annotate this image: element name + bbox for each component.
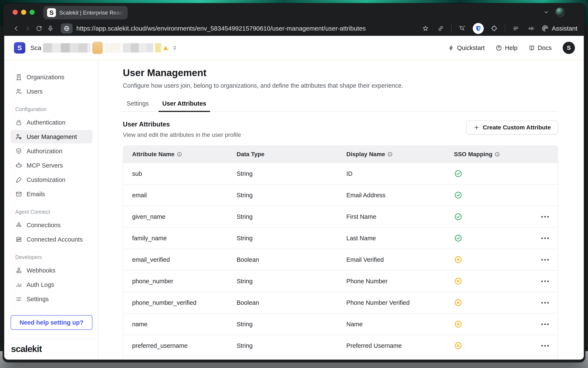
info-icon[interactable] <box>177 152 182 157</box>
bookmark-star-icon[interactable] <box>421 23 430 34</box>
cell-row-menu <box>524 276 558 286</box>
extensions-puzzle-icon[interactable] <box>490 23 499 34</box>
cell-row-menu <box>524 320 558 329</box>
user-avatar[interactable]: S <box>563 42 575 54</box>
cell-row-menu <box>524 341 558 350</box>
help-button[interactable]: Help <box>496 45 518 51</box>
cell-display-name: Last Name <box>346 235 454 242</box>
cell-row-menu <box>524 255 558 264</box>
sidebar-item-authentication[interactable]: Authentication <box>10 116 92 129</box>
cell-attribute-name: phone_number_verified <box>123 299 237 306</box>
shield-check-icon <box>15 147 22 155</box>
browser-tab[interactable]: S Scalekit | Enterprise Ready A <box>43 6 128 19</box>
sidebar: Organizations Users Configuration Authen… <box>4 60 98 359</box>
quickstart-button[interactable]: Quickstart <box>448 45 485 51</box>
tab-settings[interactable]: Settings <box>123 100 153 111</box>
cell-row-menu <box>524 298 558 307</box>
browser-window: S Scalekit | Enterprise Ready A https://… <box>3 3 585 362</box>
microphone-icon[interactable] <box>45 23 56 34</box>
cell-attribute-name: family_name <box>123 235 237 242</box>
row-menu-button[interactable] <box>540 234 550 243</box>
tab-title: Scalekit | Enterprise Ready A <box>59 9 124 16</box>
environment-switcher[interactable]: Sca <box>30 42 178 54</box>
info-icon[interactable] <box>494 152 500 157</box>
voice-waveform-icon[interactable] <box>526 23 536 34</box>
cell-sso-mapping <box>454 212 524 221</box>
sidebar-footer: scalekit <box>4 339 98 359</box>
address-bar[interactable]: https://app.scalekit.cloud/ws/environmen… <box>61 23 416 34</box>
sso-mapped-check-icon <box>454 234 463 242</box>
sidebar-item-settings[interactable]: Settings <box>10 292 92 306</box>
row-menu-button[interactable] <box>540 298 550 307</box>
sidebar-item-webhooks[interactable]: Webhooks <box>10 264 92 277</box>
row-menu-button[interactable] <box>540 212 550 221</box>
sidebar-item-mcp-servers[interactable]: MCP Servers <box>10 159 92 172</box>
sidebar-item-connected-accounts[interactable]: Connected Accounts <box>10 233 92 246</box>
profile-sphere-avatar[interactable] <box>556 8 565 17</box>
table-body: sub String ID email String Email Address… <box>123 163 558 356</box>
cell-data-type: String <box>237 213 346 220</box>
create-custom-attribute-button[interactable]: Create Custom Attribute <box>466 120 558 134</box>
plus-icon <box>473 124 480 131</box>
cell-display-name: Phone Number <box>346 278 454 285</box>
cell-display-name: Email Verified <box>346 256 454 263</box>
webhook-icon <box>15 267 22 274</box>
page-title: User Management <box>123 67 558 78</box>
user-gear-icon <box>15 133 22 140</box>
sidebar-item-emails[interactable]: Emails <box>10 187 92 201</box>
sidebar-item-customization[interactable]: Customization <box>10 173 92 186</box>
assistant-button[interactable]: Assistant <box>541 25 578 32</box>
sidebar-item-organizations[interactable]: Organizations <box>10 70 92 84</box>
sso-unmapped-x-icon <box>454 298 463 307</box>
cell-data-type: Boolean <box>237 256 346 263</box>
minimize-window-button[interactable] <box>21 10 26 15</box>
cell-attribute-name: sub <box>123 170 237 177</box>
row-menu-button[interactable] <box>540 255 550 264</box>
cell-row-menu <box>524 234 558 243</box>
sidebar-item-auth-logs[interactable]: Auth Logs <box>10 278 92 292</box>
org-name-prefix: Sca <box>30 44 41 51</box>
cell-attribute-name: phone_number <box>123 278 237 285</box>
warning-triangle-icon <box>163 46 168 50</box>
cell-display-name: Phone Number Verified <box>346 299 454 306</box>
sso-unmapped-x-icon <box>454 277 463 285</box>
cell-attribute-name: email <box>123 192 237 199</box>
cell-row-menu <box>524 212 558 221</box>
toolbar-divider <box>451 24 452 32</box>
page-subtitle: Configure how users join, belong to orga… <box>123 82 558 89</box>
app-viewport: S Sca Quickstart <box>4 36 584 359</box>
chevron-up-down-icon <box>172 45 178 51</box>
reload-button[interactable] <box>33 23 45 34</box>
zoom-window-button[interactable] <box>29 10 35 15</box>
table-row-partial <box>123 356 558 359</box>
sidebar-item-user-management[interactable]: User Management <box>10 130 92 144</box>
sidebar-item-users[interactable]: Users <box>10 85 92 98</box>
scalekit-logo: S <box>14 42 25 54</box>
cell-data-type: String <box>237 321 346 328</box>
close-window-button[interactable] <box>13 10 18 15</box>
table-row: phone_number_verified Boolean Phone Numb… <box>123 292 558 313</box>
search-in-page-icon[interactable] <box>458 23 467 34</box>
need-help-button[interactable]: Need help setting up? <box>10 315 92 330</box>
cell-data-type: Boolean <box>237 299 346 306</box>
redacted-org-name <box>43 43 91 53</box>
forward-button[interactable] <box>22 23 33 34</box>
section-description: View and edit the attributes in the user… <box>123 131 241 138</box>
sso-mapped-check-icon <box>454 169 463 178</box>
row-menu-button[interactable] <box>540 276 550 286</box>
tab-user-attributes[interactable]: User Attributes <box>158 100 210 111</box>
docs-button[interactable]: Docs <box>529 45 552 51</box>
row-menu-button[interactable] <box>540 320 550 329</box>
info-icon[interactable] <box>387 152 393 157</box>
row-menu-button[interactable] <box>540 341 550 350</box>
chevron-down-icon[interactable] <box>543 9 549 16</box>
cell-attribute-name: given_name <box>123 213 237 220</box>
sidebar-item-authorization[interactable]: Authorization <box>10 144 92 158</box>
bitwarden-shield-icon[interactable] <box>473 23 484 34</box>
sidebar-item-connections[interactable]: Connections <box>10 218 92 232</box>
back-button[interactable] <box>10 23 22 34</box>
column-header-display-name: Display Name <box>346 151 454 158</box>
reader-list-icon[interactable] <box>511 23 521 34</box>
copy-link-icon[interactable] <box>436 23 445 34</box>
cell-display-name: ID <box>346 170 454 177</box>
